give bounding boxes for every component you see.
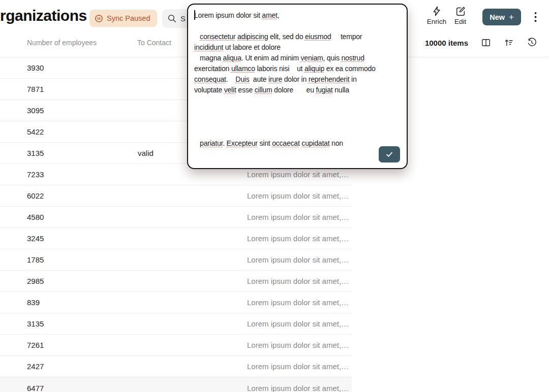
table-row: 2985 Lorem ipsum dolor sit amet,… (0, 271, 352, 292)
organizations-page: rganizations Sync Paused S (0, 0, 549, 392)
cell-employees[interactable]: 3245 (27, 234, 138, 243)
items-count: 10000 items (425, 39, 468, 47)
table-row: 3245 Lorem ipsum dolor sit amet,… (0, 228, 352, 249)
sync-badge-label: Sync Paused (107, 14, 150, 22)
plus-icon: + (509, 12, 514, 22)
popup-text[interactable]: Lorem ipsum dolor sit amet, consectetur … (188, 5, 407, 168)
column-header-to-contact[interactable]: To Contact (137, 28, 171, 57)
text-caret (194, 10, 195, 20)
cell-employees[interactable]: 3930 (27, 63, 138, 72)
cell-employees[interactable]: 839 (27, 298, 138, 307)
checkmark-icon (385, 150, 394, 159)
more-options-button[interactable] (532, 11, 539, 23)
table-row: 6477 Lorem ipsum dolor sit amet,… (0, 377, 352, 392)
column-header-employees[interactable]: Number of employees (27, 28, 97, 57)
cell-description[interactable]: Lorem ipsum dolor sit amet,… (247, 362, 352, 371)
cell-employees[interactable]: 1785 (27, 255, 138, 264)
search-icon (167, 14, 177, 23)
table-row: 839 Lorem ipsum dolor sit amet,… (0, 292, 352, 313)
table-row: 1785 Lorem ipsum dolor sit amet,… (0, 249, 352, 271)
cell-description[interactable]: Lorem ipsum dolor sit amet,… (247, 234, 352, 243)
pause-circle-icon (95, 14, 103, 23)
enrich-label: Enrich (427, 18, 446, 25)
edit-label: Edit (454, 18, 466, 25)
new-button-label: New (490, 13, 505, 21)
cell-employees[interactable]: 2427 (27, 362, 138, 371)
view-tools: 10000 items (425, 28, 537, 57)
cell-employees[interactable]: 7233 (27, 170, 138, 179)
cell-description[interactable]: Lorem ipsum dolor sit amet,… (247, 298, 352, 307)
cell-employees[interactable]: 6022 (27, 191, 138, 200)
sync-paused-badge[interactable]: Sync Paused (89, 10, 157, 27)
cell-editor-popup: Lorem ipsum dolor sit amet, consectetur … (187, 4, 408, 169)
cell-employees[interactable]: 3135 (27, 149, 138, 157)
cell-description[interactable]: Lorem ipsum dolor sit amet,… (247, 191, 352, 200)
cell-employees[interactable]: 4580 (27, 213, 138, 221)
new-button[interactable]: New + (482, 9, 521, 25)
history-icon[interactable] (527, 38, 537, 48)
cell-employees[interactable]: 7261 (27, 341, 138, 349)
columns-layout-icon[interactable] (481, 38, 491, 48)
cell-description[interactable]: Lorem ipsum dolor sit amet,… (247, 384, 352, 392)
cell-employees[interactable]: 3135 (27, 319, 138, 328)
cell-employees[interactable]: 6477 (27, 384, 138, 392)
cell-description[interactable]: Lorem ipsum dolor sit amet,… (247, 319, 352, 328)
edit-button[interactable]: Edit (450, 4, 470, 27)
top-actions: Enrich Edit New + (423, 4, 542, 27)
confirm-button[interactable] (379, 146, 400, 162)
cell-employees[interactable]: 2985 (27, 277, 138, 285)
table-row: 6022 Lorem ipsum dolor sit amet,… (0, 185, 352, 207)
table-row: 4580 Lorem ipsum dolor sit amet,… (0, 207, 352, 228)
table-row: 2427 Lorem ipsum dolor sit amet,… (0, 356, 352, 377)
cell-employees[interactable]: 7871 (27, 85, 138, 93)
enrich-button[interactable]: Enrich (423, 4, 450, 27)
cell-employees[interactable]: 5422 (27, 127, 138, 136)
cell-description[interactable]: Lorem ipsum dolor sit amet,… (247, 170, 352, 179)
lightning-icon (431, 6, 442, 17)
search-text: S (180, 15, 186, 23)
table-row: 3135 Lorem ipsum dolor sit amet,… (0, 313, 352, 335)
cell-description[interactable]: Lorem ipsum dolor sit amet,… (247, 213, 352, 221)
edit-pencil-icon (455, 6, 466, 17)
page-title: rganizations (0, 7, 87, 24)
cell-description[interactable]: Lorem ipsum dolor sit amet,… (247, 255, 352, 264)
cell-description[interactable]: Lorem ipsum dolor sit amet,… (247, 341, 352, 349)
cell-employees[interactable]: 3095 (27, 106, 138, 115)
cell-description[interactable]: Lorem ipsum dolor sit amet,… (247, 277, 352, 285)
table-row: 7261 Lorem ipsum dolor sit amet,… (0, 335, 352, 356)
sort-icon[interactable] (504, 38, 514, 48)
